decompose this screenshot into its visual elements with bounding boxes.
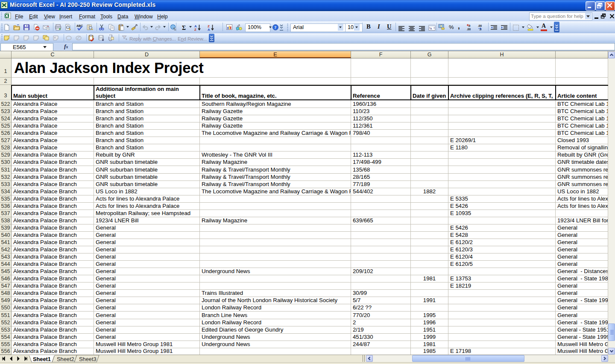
svg-text:Σ: Σ bbox=[182, 25, 186, 31]
svg-text:A: A bbox=[208, 28, 210, 31]
svg-text:.00: .00 bbox=[467, 28, 471, 31]
svg-text:.0: .0 bbox=[468, 24, 471, 27]
svg-text:?: ? bbox=[274, 25, 276, 30]
svg-text:.00: .00 bbox=[478, 24, 482, 27]
svg-text:Z: Z bbox=[194, 28, 196, 31]
svg-text:a: a bbox=[430, 26, 432, 30]
